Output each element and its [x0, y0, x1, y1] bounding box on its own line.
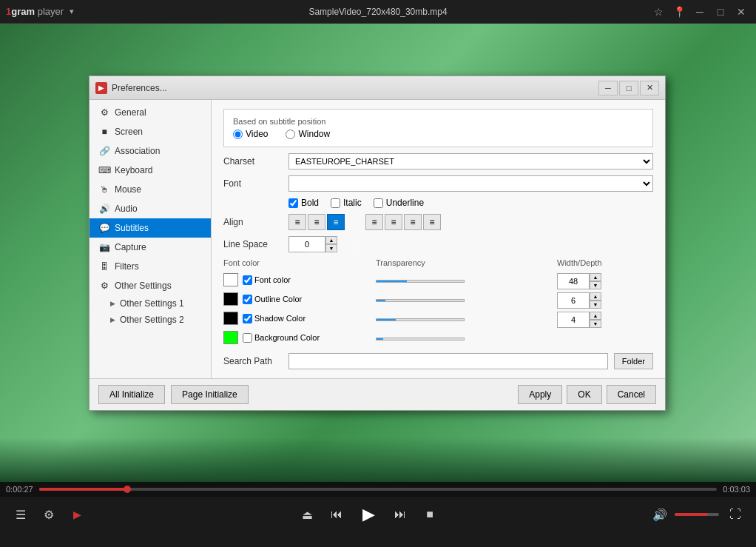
- close-button[interactable]: ✕: [732, 4, 750, 19]
- outline-color-swatch[interactable]: [223, 292, 238, 306]
- shadow-width-depth-input[interactable]: [557, 312, 590, 328]
- pin-button[interactable]: 📍: [670, 4, 688, 19]
- sidebar-item-screen[interactable]: ■ Screen: [90, 122, 211, 141]
- align-center-button[interactable]: ≡: [308, 214, 325, 230]
- sidebar-sub-item-other-settings-1[interactable]: ▶ Other Settings 1: [90, 295, 211, 312]
- search-path-input[interactable]: [288, 353, 608, 369]
- settings-button[interactable]: ⚙: [37, 503, 61, 526]
- charset-select[interactable]: EASTEUROPE_CHARSET DEFAULT_CHARSET ANSI_…: [288, 153, 653, 170]
- next-button[interactable]: ⏭: [388, 503, 412, 526]
- italic-checkbox[interactable]: [331, 198, 340, 208]
- page-initialize-button[interactable]: Page Initialize: [171, 385, 249, 404]
- sidebar-item-capture[interactable]: 📷 Capture: [90, 238, 211, 257]
- align-justify-button[interactable]: ≡: [423, 214, 441, 230]
- minimize-button[interactable]: ─: [691, 4, 709, 19]
- ok-button[interactable]: OK: [567, 385, 601, 404]
- position-window-option[interactable]: Window: [286, 129, 330, 139]
- player-controls: 0:00:27 0:03:03 ☰ ⚙ ▶ ⏏ ⏮ ▶ ⏭ ■ 🔊 ⛶: [0, 482, 756, 547]
- background-color-checkbox-label[interactable]: Background Color: [243, 333, 320, 343]
- underline-checkbox[interactable]: [374, 198, 383, 208]
- align-bottom-button[interactable]: ≡: [404, 214, 422, 230]
- font-color-swatch[interactable]: [223, 273, 238, 286]
- font-color-row: Font color: [223, 273, 371, 286]
- sidebar-item-keyboard[interactable]: ⌨ Keyboard: [90, 161, 211, 180]
- folder-button[interactable]: Folder: [614, 353, 653, 369]
- shadow-color-checkbox[interactable]: [243, 314, 252, 323]
- position-window-radio[interactable]: [286, 130, 295, 139]
- background-color-swatch[interactable]: [223, 331, 238, 344]
- position-video-option[interactable]: Video: [233, 129, 268, 139]
- charset-row: Charset EASTEUROPE_CHARSET DEFAULT_CHARS…: [223, 153, 653, 170]
- shadow-width-up-button[interactable]: ▲: [590, 312, 601, 320]
- playlist-button[interactable]: ☰: [9, 503, 33, 526]
- progress-track[interactable]: [39, 488, 718, 491]
- sidebar-item-association[interactable]: 🔗 Association: [90, 141, 211, 161]
- font-width-down-button[interactable]: ▼: [590, 281, 601, 289]
- chevron-down-icon[interactable]: ▾: [70, 7, 74, 16]
- dialog-close-button[interactable]: ✕: [640, 81, 659, 95]
- sidebar-item-filters[interactable]: 🎛 Filters: [90, 257, 211, 276]
- position-label: Based on subtitle position: [233, 117, 644, 126]
- fullscreen-button[interactable]: ⛶: [723, 503, 747, 526]
- all-initialize-button[interactable]: All Initialize: [98, 385, 165, 404]
- play-button[interactable]: ▶: [354, 500, 382, 528]
- audio-icon: 🔊: [98, 203, 110, 215]
- maximize-button[interactable]: □: [712, 4, 729, 19]
- shadow-width-down-button[interactable]: ▼: [590, 320, 601, 328]
- position-section: Based on subtitle position Video Window: [223, 109, 653, 147]
- sidebar-item-audio[interactable]: 🔊 Audio: [90, 199, 211, 218]
- shadow-color-swatch[interactable]: [223, 312, 238, 325]
- align-right-button[interactable]: ≡: [327, 214, 345, 230]
- controls-center: ⏏ ⏮ ▶ ⏭ ■: [295, 500, 442, 528]
- stop-button[interactable]: ■: [418, 503, 442, 526]
- font-width-depth-input[interactable]: [557, 273, 590, 289]
- font-width-up-button[interactable]: ▲: [590, 273, 601, 281]
- sidebar-item-mouse[interactable]: 🖱 Mouse: [90, 180, 211, 199]
- youtube-button[interactable]: ▶: [65, 503, 89, 526]
- dialog-minimize-button[interactable]: ─: [598, 81, 618, 95]
- dialog-maximize-button[interactable]: □: [619, 81, 638, 95]
- outline-width-depth-input[interactable]: [557, 292, 590, 309]
- align-left-button[interactable]: ≡: [288, 214, 306, 230]
- eject-button[interactable]: ⏏: [295, 503, 319, 526]
- outline-transparency-slider[interactable]: [376, 299, 465, 302]
- search-path-label: Search Path: [223, 356, 283, 366]
- dialog-body: ⚙ General ■ Screen 🔗 Association ⌨ Keybo…: [90, 100, 665, 378]
- sidebar-item-subtitles[interactable]: 💬 Subtitles: [90, 218, 211, 238]
- footer-right-buttons: Apply OK Cancel: [518, 385, 656, 404]
- bold-checkbox[interactable]: [288, 198, 298, 208]
- font-color-checkbox[interactable]: [243, 275, 252, 285]
- italic-checkbox-label[interactable]: Italic: [331, 198, 362, 208]
- volume-track[interactable]: [675, 513, 719, 516]
- background-transparency-slider[interactable]: [376, 338, 465, 340]
- bold-checkbox-label[interactable]: Bold: [288, 198, 319, 208]
- position-video-radio[interactable]: [233, 130, 243, 139]
- align-top-button[interactable]: ≡: [365, 214, 383, 230]
- background-color-checkbox[interactable]: [243, 333, 252, 343]
- prev-button[interactable]: ⏮: [325, 503, 348, 526]
- sidebar-item-other-settings[interactable]: ⚙ Other Settings: [90, 276, 211, 295]
- outline-width-down-button[interactable]: ▼: [590, 301, 601, 309]
- line-space-up-button[interactable]: ▲: [325, 236, 337, 244]
- line-space-down-button[interactable]: ▼: [325, 244, 337, 252]
- line-space-input[interactable]: [288, 236, 325, 252]
- align-row: Align ≡ ≡ ≡ ≡ ≡ ≡ ≡: [223, 214, 653, 230]
- align-middle-button[interactable]: ≡: [385, 214, 402, 230]
- underline-checkbox-label[interactable]: Underline: [374, 198, 424, 208]
- font-transparency-slider[interactable]: [376, 280, 465, 283]
- outline-color-checkbox-label[interactable]: Outline Color: [243, 295, 302, 304]
- cancel-button[interactable]: Cancel: [607, 385, 656, 404]
- sidebar-sub-item-other-settings-2[interactable]: ▶ Other Settings 2: [90, 312, 211, 328]
- shadow-color-checkbox-label[interactable]: Shadow Color: [243, 314, 306, 323]
- bookmark-button[interactable]: ☆: [649, 4, 667, 19]
- capture-icon: 📷: [98, 241, 110, 253]
- font-select[interactable]: [288, 175, 653, 192]
- font-color-checkbox-label[interactable]: Font color: [243, 275, 291, 285]
- volume-icon[interactable]: 🔊: [648, 503, 672, 526]
- sidebar-item-general[interactable]: ⚙ General: [90, 103, 211, 122]
- apply-button[interactable]: Apply: [518, 385, 562, 404]
- shadow-transparency-slider[interactable]: [376, 318, 465, 321]
- outline-color-checkbox[interactable]: [243, 295, 252, 304]
- font-color-header: Font color: [223, 258, 371, 267]
- outline-width-up-button[interactable]: ▲: [590, 292, 601, 301]
